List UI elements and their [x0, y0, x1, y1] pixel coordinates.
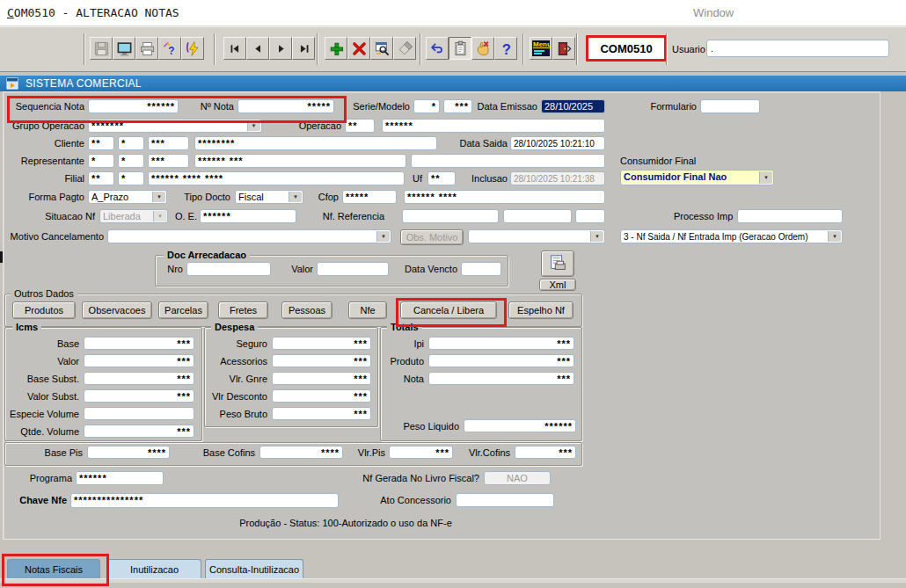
uf-field[interactable]: ** — [427, 171, 456, 185]
nf-referencia-field-2[interactable] — [503, 209, 572, 223]
vlr-desconto-field[interactable]: *** — [272, 389, 371, 403]
help-query-button[interactable]: ? — [158, 37, 181, 60]
representante-name-field[interactable]: ****** *** — [194, 154, 406, 168]
valor-field[interactable] — [317, 262, 389, 276]
clear-button[interactable] — [393, 37, 416, 60]
forma-pagto-dropdown[interactable]: A_Prazo — [88, 190, 167, 204]
vlr-gnre-label: Vlr. Gnre — [204, 374, 267, 385]
menu-button[interactable]: Menu — [530, 37, 552, 60]
filial-field-1[interactable]: ** — [88, 171, 114, 185]
nf-referencia-label: Nf. Referencia — [318, 211, 384, 222]
find-button[interactable] — [370, 37, 393, 60]
tab-notas-fiscais[interactable]: Notas Fiscais — [7, 559, 100, 579]
icms-base-subst-field[interactable]: *** — [84, 372, 194, 385]
filial-name-field[interactable]: ****** **** **** — [148, 171, 405, 185]
vlr-pis-field[interactable]: *** — [389, 446, 453, 459]
xml-button[interactable] — [541, 250, 574, 277]
nfe-button[interactable]: Nfe — [348, 301, 387, 319]
clipboard-button[interactable] — [449, 37, 471, 60]
peso-bruto-field[interactable]: *** — [272, 407, 371, 420]
vlr-cofins-label: Vlr.Cofins — [459, 447, 510, 459]
numero-nota-field[interactable]: ***** — [237, 99, 334, 113]
nav-first-button[interactable] — [223, 37, 246, 60]
vlr-gnre-field[interactable]: *** — [272, 372, 371, 385]
insert-record-button[interactable] — [325, 37, 347, 60]
print-button[interactable] — [135, 37, 158, 60]
ato-concessorio-field[interactable] — [456, 493, 554, 507]
representante-field-2[interactable]: * — [118, 154, 144, 168]
nav-last-button[interactable] — [292, 37, 315, 60]
representante-extra-field[interactable] — [411, 154, 605, 168]
programa-field[interactable]: ****** — [76, 471, 164, 485]
nf-referencia-field-3[interactable] — [575, 209, 605, 223]
cancela-libera-button[interactable]: Cancela / Libera — [400, 301, 497, 319]
data-saida-field[interactable]: 28/10/2025 10:21:10 — [510, 136, 605, 150]
seguro-field[interactable]: *** — [272, 337, 371, 350]
serie-field[interactable]: * — [413, 99, 440, 113]
modelo-field[interactable]: *** — [443, 99, 472, 113]
filial-field-2[interactable]: * — [118, 171, 144, 185]
representante-field-3[interactable]: *** — [148, 154, 189, 168]
cfop-code-field[interactable]: ***** — [342, 190, 397, 204]
save-button[interactable] — [90, 37, 113, 60]
exit-button[interactable] — [552, 37, 575, 60]
tab-inutilizacao[interactable]: Inutilizacao — [107, 559, 201, 579]
ipi-field[interactable]: *** — [428, 337, 574, 350]
cliente-field-3[interactable]: *** — [148, 136, 189, 150]
espelho-nf-button[interactable]: Espelho Nf — [508, 301, 574, 319]
cliente-name-field[interactable]: ******** — [194, 136, 437, 150]
delete-record-button[interactable] — [347, 37, 370, 60]
vlr-cofins-field[interactable]: *** — [515, 446, 576, 459]
produtos-button[interactable]: Produtos — [12, 301, 76, 319]
nro-field[interactable] — [186, 262, 271, 276]
peso-liquido-field[interactable]: ****** — [464, 419, 576, 432]
motivo-cancelamento-dropdown[interactable] — [107, 229, 391, 243]
usuario-input[interactable]: . — [706, 40, 889, 57]
tipo-docto-dropdown[interactable]: Fiscal — [235, 190, 303, 204]
tab-consulta-inutilizacao[interactable]: Consulta-Inutilizacao — [205, 559, 303, 579]
especie-volume-field[interactable] — [84, 407, 194, 420]
nota-total-field[interactable]: *** — [428, 372, 574, 385]
nf-referencia-field-1[interactable] — [402, 209, 499, 223]
cut-button[interactable] — [471, 37, 494, 60]
icms-valor-field[interactable]: *** — [84, 354, 194, 367]
pessoas-button[interactable]: Pessoas — [281, 301, 332, 319]
chave-nfe-field[interactable]: *************** — [70, 493, 339, 508]
produto-total-field[interactable]: *** — [428, 354, 574, 367]
base-cofins-field[interactable]: **** — [259, 446, 343, 459]
representante-field-1[interactable]: * — [88, 154, 114, 168]
display-block-button[interactable] — [113, 37, 135, 60]
nav-prev-button[interactable] — [246, 37, 269, 60]
icms-valor-subst-field[interactable]: *** — [84, 389, 194, 403]
qtde-volume-field[interactable]: *** — [84, 425, 194, 438]
grupo-operacao-dropdown[interactable]: ******* — [88, 119, 262, 133]
acessorios-field[interactable]: *** — [272, 354, 371, 367]
undo-button[interactable] — [426, 37, 449, 60]
nav-next-button[interactable] — [269, 37, 292, 60]
sequencia-nota-label: Sequencia Nota — [12, 101, 84, 113]
fretes-button[interactable]: Fretes — [218, 301, 268, 319]
parcelas-button[interactable]: Parcelas — [158, 301, 208, 319]
cfop-desc-field[interactable]: ****** **** — [404, 190, 605, 204]
data-vencto-field[interactable] — [461, 262, 501, 276]
base-pis-field[interactable]: **** — [87, 446, 170, 459]
execute-button[interactable] — [181, 37, 204, 60]
motivo-cancelamento-dropdown-2[interactable] — [468, 229, 605, 243]
cliente-field-2[interactable]: * — [118, 136, 144, 150]
program-code-field[interactable]: COM0510 — [586, 35, 667, 62]
formulario-field[interactable] — [700, 99, 760, 113]
window-menu[interactable]: Window — [693, 6, 734, 19]
cliente-field-1[interactable]: ** — [88, 136, 114, 150]
tipo-geracao-dropdown[interactable]: 3 - Nf Saida / Nf Entrada Imp (Geracao O… — [620, 229, 843, 243]
help-button[interactable]: ? — [494, 37, 517, 60]
oe-field[interactable]: ****** — [200, 209, 296, 223]
operacao-code-field[interactable]: ** — [345, 119, 375, 133]
operacao-desc-field[interactable]: ****** — [382, 119, 605, 133]
data-emissao-field[interactable]: 28/10/2025 — [541, 99, 605, 113]
consumidor-final-dropdown[interactable]: Consumidor Final Nao — [620, 170, 774, 185]
processo-imp-field[interactable] — [737, 209, 843, 223]
xml-label-button[interactable]: Xml — [539, 279, 576, 291]
observacoes-button[interactable]: Observacoes — [82, 301, 152, 319]
sequencia-nota-field[interactable]: ****** — [88, 99, 179, 113]
icms-base-field[interactable]: *** — [84, 337, 194, 350]
